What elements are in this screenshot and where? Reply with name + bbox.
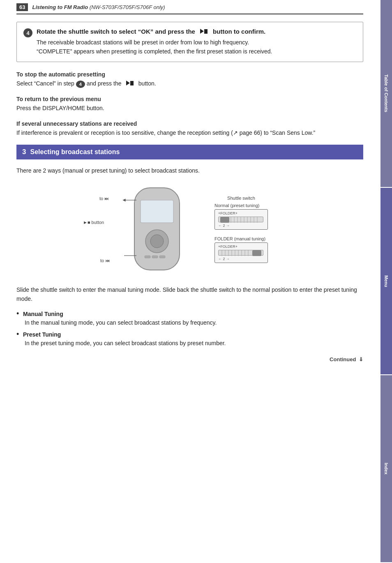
page-number: 63	[16, 3, 28, 11]
svg-rect-6	[159, 256, 165, 258]
device-svg	[112, 184, 202, 274]
tip3-body: If interference is prevalent or receptio…	[16, 129, 363, 138]
preset-tuning-body: In the preset tuning mode, you can selec…	[23, 339, 363, 348]
tip2-section: To return to the previous menu Press the…	[16, 96, 363, 113]
folder-label: FOLDER (manual tuning)	[214, 236, 268, 241]
step4-body: The receivable broadcast stations will b…	[37, 38, 272, 56]
slide-text: Slide the shuttle switch to enter the ma…	[16, 285, 363, 304]
step4-content: Rotate the shuttle switch to select “OK”…	[37, 28, 272, 56]
side-tabs: Table of Contents Menu Index	[380, 0, 392, 563]
stop-square-heading	[204, 29, 208, 34]
svg-rect-1	[141, 200, 173, 223]
tip1-section: To stop the automatic presetting Select …	[16, 71, 363, 88]
section3-number: 3	[22, 148, 26, 156]
bullet-list: Manual Tuning In the manual tuning mode,…	[16, 309, 363, 348]
normal-tuning-diagram: Normal (preset tuning) +FOLDER+	[214, 203, 268, 230]
svg-rect-4	[145, 256, 150, 258]
button-label: ►■ button	[83, 220, 104, 225]
tab-menu[interactable]: Menu	[380, 188, 392, 375]
step4-number: 4	[23, 28, 32, 37]
main-content: 63 Listening to FM Radio (NW-S703F/S705F…	[0, 0, 380, 379]
tip2-body: Press the DISPLAY/HOME button.	[16, 104, 363, 113]
shuttle-switch-diagrams: Shuttle switch Normal (preset tuning) +F…	[214, 196, 268, 263]
normal-ticks	[219, 217, 264, 223]
device-illustration: to ⏭ ►■ button to ⏮	[112, 184, 202, 275]
step4-heading: Rotate the shuttle switch to select “OK”…	[37, 28, 272, 35]
tab-toc-label: Table of Contents	[384, 74, 389, 112]
tab-index-label: Index	[384, 463, 389, 475]
tab-toc[interactable]: Table of Contents	[380, 0, 392, 187]
tip1-heading: To stop the automatic presetting	[16, 71, 363, 78]
shuttle-switch-main-label: Shuttle switch	[214, 196, 268, 201]
play-stop-icon-tip1	[126, 81, 134, 85]
svg-point-3	[150, 235, 164, 248]
folder-bottom-labels: ← 2 →	[218, 257, 264, 261]
stop-square-tip1	[130, 81, 134, 85]
step4-box: 4 Rotate the shuttle switch to select “O…	[16, 22, 363, 62]
folder-tuning-diagram: FOLDER (manual tuning) +FOLDER+	[214, 236, 268, 263]
play-triangle-heading	[200, 29, 204, 34]
manual-tuning-body: In the manual tuning mode, you can selec…	[23, 318, 363, 328]
play-triangle-tip1	[126, 81, 130, 85]
folder-shuttle-box: +FOLDER+	[214, 242, 268, 263]
page-header: 63 Listening to FM Radio (NW-S703F/S705F…	[16, 0, 363, 14]
down-arrow-icon: ⇓	[359, 356, 363, 362]
tab-menu-label: Menu	[384, 275, 389, 287]
normal-sub-labels: +FOLDER+	[218, 211, 264, 215]
section3-title: Selecting broadcast stations	[30, 148, 120, 156]
tab-index[interactable]: Index	[380, 375, 392, 562]
page-title: Listening to FM Radio (NW-S703F/S705F/S7…	[32, 4, 165, 10]
tip2-heading: To return to the previous menu	[16, 96, 363, 102]
play-stop-icon-heading	[200, 29, 208, 34]
tip1-body: Select “Cancel” in step 4 and press the …	[16, 79, 363, 88]
tip3-section: If several unnecessary stations are rece…	[16, 120, 363, 138]
tip3-heading: If several unnecessary stations are rece…	[16, 120, 363, 127]
folder-shuttle-track	[218, 250, 263, 256]
bullet-preset-tuning: Preset Tuning In the preset tuning mode,…	[16, 330, 363, 348]
to-next-label: to ⏭	[99, 196, 109, 201]
folder-ticks	[219, 250, 264, 256]
section3-header: 3 Selecting broadcast stations	[16, 145, 363, 159]
diagram-area: to ⏭ ►■ button to ⏮	[16, 184, 363, 275]
normal-shuttle-box: +FOLDER+	[214, 209, 268, 230]
svg-rect-5	[152, 256, 158, 258]
normal-bottom-labels: ← 2 →	[218, 224, 264, 228]
normal-shuttle-track	[218, 217, 263, 222]
normal-label: Normal (preset tuning)	[214, 203, 268, 208]
tip1-step-num: 4	[76, 81, 85, 88]
folder-sub-labels: +FOLDER+	[218, 245, 264, 249]
bullet-manual-tuning: Manual Tuning In the manual tuning mode,…	[16, 309, 363, 328]
main-body-text: There are 2 ways (manual or preset tunin…	[16, 166, 363, 175]
to-prev-label: to ⏮	[100, 258, 110, 263]
continued-footer: Continued ⇓	[16, 356, 363, 362]
